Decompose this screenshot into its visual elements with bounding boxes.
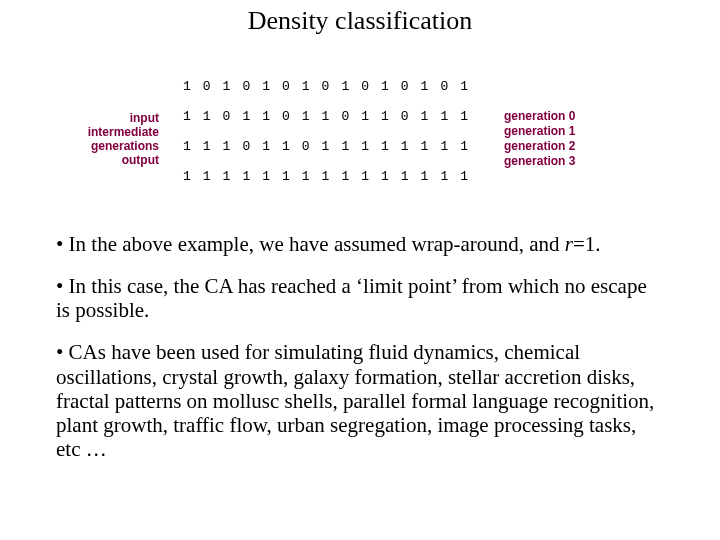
label-input: input	[44, 111, 159, 125]
gen-label-1: generation 1	[504, 124, 624, 139]
slide: Density classification input intermediat…	[0, 0, 720, 540]
body-text: • In the above example, we have assumed …	[56, 232, 664, 461]
bullet-3: • CAs have been used for simulating flui…	[56, 340, 664, 461]
label-inter1: intermediate	[44, 125, 159, 139]
grid-row-3: 111111111111111	[183, 169, 480, 184]
gen-label-0: generation 0	[504, 109, 624, 124]
slide-title: Density classification	[0, 0, 720, 36]
ca-diagram: input intermediate generations output 10…	[44, 64, 676, 214]
bullet-1: • In the above example, we have assumed …	[56, 232, 664, 256]
bullet-1-text-b: =1.	[573, 232, 601, 256]
grid-row-0: 101010101010101	[183, 79, 480, 94]
bullet-1-text-a: • In the above example, we have assumed …	[56, 232, 565, 256]
bullet-2: • In this case, the CA has reached a ‘li…	[56, 274, 664, 322]
label-inter2: generations	[44, 139, 159, 153]
grid-row-1: 110110110110111	[183, 109, 480, 124]
ca-grid: 101010101010101 110110110110111 11101101…	[167, 64, 496, 214]
grid-row-2: 111011011111111	[183, 139, 480, 154]
label-output: output	[44, 153, 159, 167]
gen-label-3: generation 3	[504, 154, 624, 169]
gen-label-2: generation 2	[504, 139, 624, 154]
bullet-1-r: r	[565, 232, 573, 256]
row-labels-left: input intermediate generations output	[44, 111, 167, 167]
generation-labels: generation 0 generation 1 generation 2 g…	[496, 109, 624, 169]
